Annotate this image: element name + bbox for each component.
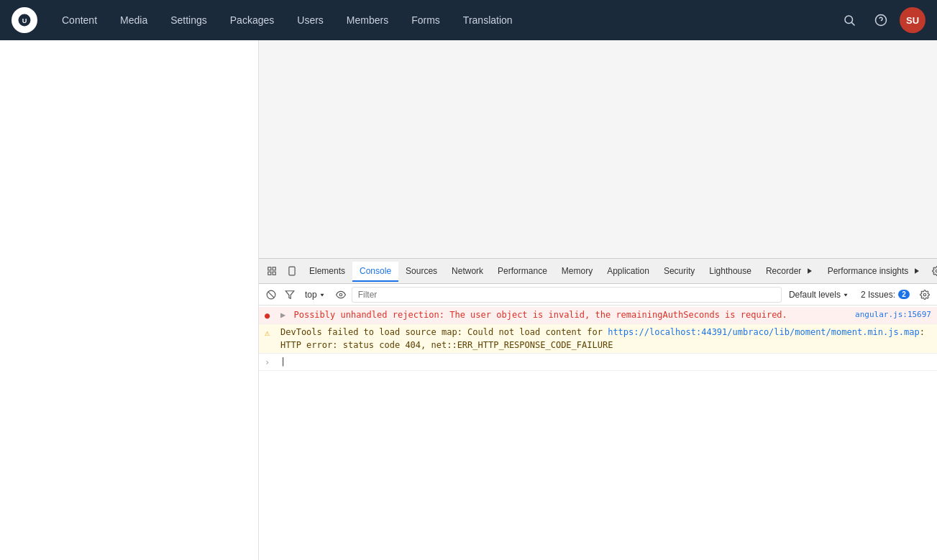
nav-users[interactable]: Users [287,9,334,32]
nav-content[interactable]: Content [52,9,107,32]
svg-marker-13 [915,269,919,275]
eye-btn[interactable] [333,287,349,303]
device-icon[interactable] [282,261,302,281]
nav-members[interactable]: Members [337,9,398,32]
filter-input[interactable] [352,287,782,303]
issues-badge-count: 2 [898,290,910,299]
context-dropdown[interactable]: top [301,288,330,301]
svg-rect-10 [289,267,295,275]
error-source[interactable]: angular.js:15697 [855,308,931,321]
svg-point-24 [339,293,342,296]
tab-memory[interactable]: Memory [554,262,600,282]
tab-application[interactable]: Application [600,262,657,282]
avatar[interactable]: SU [900,7,925,33]
navbar: U Content Media Settings Packages Users … [0,0,937,40]
navbar-right: SU [836,7,925,33]
tab-network[interactable]: Network [444,262,490,282]
console-error-text: ▶ Possibly unhandled rejection: The user… [280,308,849,321]
search-button[interactable] [836,7,862,33]
nav-settings[interactable]: Settings [160,9,217,32]
main-area: Elements Console Sources Network Perform… [0,40,937,560]
console-input-row[interactable]: › | [259,354,937,371]
tab-performance-insights[interactable]: Performance insights [821,262,928,282]
filter-btn[interactable] [282,287,298,303]
warning-icon: ⚠ [265,326,276,339]
svg-marker-22 [285,290,294,298]
inspect-icon[interactable] [262,261,282,281]
settings-btn[interactable] [917,287,933,303]
tab-elements[interactable]: Elements [302,262,352,282]
svg-marker-25 [844,293,847,296]
nav-forms[interactable]: Forms [401,9,450,32]
svg-rect-6 [268,267,271,270]
svg-rect-8 [268,272,271,275]
svg-point-26 [923,293,926,296]
clear-console-btn[interactable] [263,287,279,303]
tab-sources[interactable]: Sources [398,262,444,282]
tab-performance[interactable]: Performance [490,262,554,282]
svg-rect-9 [273,272,275,275]
devtools-tab-right [928,262,937,280]
svg-line-3 [851,22,854,25]
devtools-toolbar: top Default levels 2 Issues: 2 [259,284,937,306]
console-error-row: ● ▶ Possibly unhandled rejection: The us… [259,307,937,324]
svg-text:U: U [22,17,27,24]
console-warning-text: DevTools failed to load source map: Coul… [280,326,931,352]
nav-packages[interactable]: Packages [220,9,284,32]
issues-count[interactable]: 2 Issues: 2 [856,288,914,301]
prompt-icon: › [265,356,276,369]
log-level-dropdown[interactable]: Default levels [785,288,854,301]
nav-media[interactable]: Media [110,9,157,32]
svg-marker-12 [808,269,812,275]
devtools-tab-bar: Elements Console Sources Network Perform… [259,259,937,284]
help-button[interactable] [868,7,894,33]
console-warning-row: ⚠ DevTools failed to load source map: Co… [259,324,937,354]
svg-line-21 [268,291,274,297]
nav-translation[interactable]: Translation [453,9,523,32]
tab-lighthouse[interactable]: Lighthouse [702,262,759,282]
devtools-panel: Elements Console Sources Network Perform… [259,258,937,560]
console-cursor[interactable]: | [280,355,931,368]
sidebar [0,40,259,560]
svg-point-2 [845,16,853,24]
tab-recorder[interactable]: Recorder [759,262,821,282]
tab-console[interactable]: Console [352,262,398,282]
devtools-settings-btn[interactable] [928,262,937,280]
svg-rect-7 [273,267,275,270]
error-icon: ● [265,309,276,322]
warning-link[interactable]: https://localhost:44391/umbraco/lib/mome… [608,327,919,337]
tab-security[interactable]: Security [657,262,702,282]
svg-marker-23 [320,293,324,296]
devtools-console: ● ▶ Possibly unhandled rejection: The us… [259,306,937,560]
content-area: Elements Console Sources Network Perform… [259,40,937,560]
logo[interactable]: U [12,7,37,33]
